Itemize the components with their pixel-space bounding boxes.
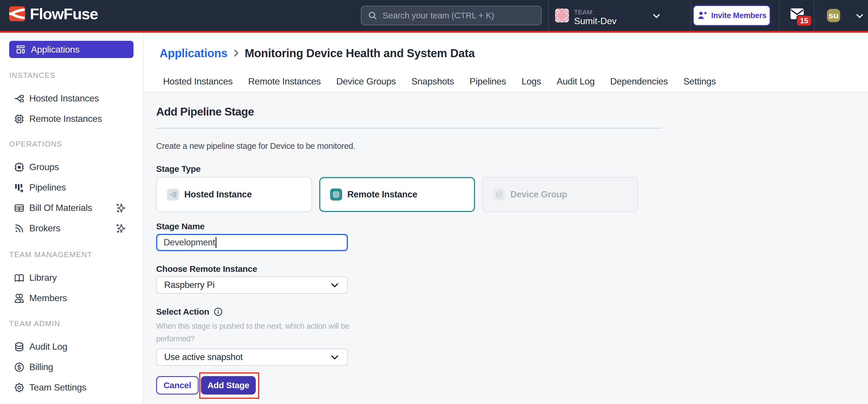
stage-type-remote-instance[interactable]: Remote Instance [319, 177, 475, 212]
team-chevron-down-icon[interactable] [651, 10, 662, 21]
sidebar-item-brokers[interactable]: Brokers [0, 218, 143, 238]
sidebar-item-label: Billing [29, 362, 53, 372]
tab-audit-log[interactable]: Audit Log [550, 71, 601, 92]
stage-name-input[interactable]: Development [156, 234, 348, 251]
remote-instance-select[interactable]: Raspberry Pi [156, 277, 348, 294]
tab-pipelines[interactable]: Pipelines [463, 71, 513, 92]
team-label: TEAM: [574, 9, 617, 16]
sidebar-item-label: Brokers [29, 223, 60, 234]
breadcrumb-applications-link[interactable]: Applications [160, 45, 227, 61]
page-title: Monitoring Device Health and System Data [245, 45, 475, 61]
sidebar-item-billing[interactable]: Billing [0, 357, 143, 377]
hosted-instances-icon [14, 93, 25, 104]
form-actions: Cancel Add Stage [156, 376, 868, 395]
user-avatar[interactable]: su [827, 9, 840, 22]
sidebar-item-pipelines[interactable]: Pipelines [0, 177, 143, 198]
choose-remote-instance-label: Choose Remote Instance [156, 263, 868, 275]
sidebar-section-instances: INSTANCES [9, 71, 143, 80]
groups-icon [14, 162, 25, 173]
cancel-button[interactable]: Cancel [156, 376, 198, 395]
tab-settings[interactable]: Settings [677, 71, 723, 92]
brand[interactable]: FlowFuse [9, 6, 98, 21]
title-divider [156, 128, 662, 128]
sidebar-item-members[interactable]: Members [0, 288, 143, 308]
tab-device-groups[interactable]: Device Groups [330, 71, 403, 92]
breadcrumb-chevron-right-icon [231, 48, 241, 58]
sidebar-item-team-settings[interactable]: Team Settings [0, 377, 143, 398]
search-icon [368, 11, 377, 20]
tab-dependencies[interactable]: Dependencies [603, 71, 675, 92]
pipelines-icon [14, 182, 25, 193]
stage-type-option-label: Remote Instance [347, 190, 417, 200]
action-select[interactable]: Use active snapshot [156, 349, 348, 366]
stage-type-device-group: Device Group [482, 177, 638, 212]
sidebar-item-label: Bill Of Materials [29, 203, 92, 213]
sidebar-item-label: Hosted Instances [29, 93, 99, 104]
team-selector[interactable]: TEAM: Sumit-Dev [555, 9, 617, 26]
sidebar-section-operations: OPERATIONS [9, 140, 143, 148]
stage-type-options: Hosted Instance Remote Instance [156, 177, 868, 212]
text-cursor [216, 237, 216, 248]
topbar-divider [691, 0, 691, 31]
sidebar-item-label: Library [29, 272, 57, 283]
billing-icon [14, 362, 25, 373]
select-action-label: Select Action [156, 306, 868, 318]
device-group-icon [495, 191, 503, 199]
sidebar-item-groups[interactable]: Groups [0, 157, 143, 177]
audit-log-icon [14, 341, 25, 352]
sidebar-item-label: Remote Instances [29, 114, 102, 124]
flowfuse-logo-icon [9, 6, 25, 21]
team-settings-icon [14, 382, 25, 393]
sidebar-item-label: Audit Log [29, 341, 67, 352]
hosted-instance-tile [167, 189, 179, 201]
notifications-badge: 15 [796, 15, 812, 26]
add-pipeline-stage-panel: Add Pipeline Stage Create a new pipeline… [144, 92, 868, 404]
sparkles-icon [115, 223, 126, 234]
stage-name-label: Stage Name [156, 221, 868, 232]
remote-instances-icon [14, 114, 25, 124]
sidebar-section-team-admin: TEAM ADMIN [9, 319, 143, 328]
sidebar-item-hosted-instances[interactable]: Hosted Instances [0, 88, 143, 109]
user-initials: su [829, 11, 839, 20]
team-avatar [555, 9, 569, 22]
page-header: Applications Monitoring Device Health an… [144, 33, 868, 92]
topbar-divider [814, 0, 815, 31]
stage-type-hosted-instance[interactable]: Hosted Instance [156, 177, 312, 212]
annotation-highlight-box [199, 372, 259, 399]
sidebar-item-library[interactable]: Library [0, 267, 143, 288]
sidebar-item-remote-instances[interactable]: Remote Instances [0, 109, 143, 129]
tab-logs[interactable]: Logs [515, 71, 548, 92]
sidebar-item-audit-log[interactable]: Audit Log [0, 337, 143, 357]
select-action-description: When this stage is pushed to the next, w… [156, 320, 354, 345]
user-menu-chevron-down-icon[interactable] [854, 10, 865, 21]
tab-remote-instances[interactable]: Remote Instances [241, 71, 328, 92]
remote-instance-tile [330, 189, 342, 201]
team-name: Sumit-Dev [574, 17, 617, 26]
sidebar-section-team-management: TEAM MANAGEMENT [9, 250, 143, 259]
topbar-divider [779, 0, 780, 31]
select-chevron-down-icon [329, 351, 340, 363]
top-bar: FlowFuse TEAM: Sumit-Dev [0, 0, 868, 31]
select-action-label-text: Select Action [156, 306, 209, 318]
remote-instance-icon [332, 191, 340, 199]
user-add-icon [697, 10, 708, 21]
notifications[interactable]: 15 [790, 7, 804, 20]
invite-members-label: Invite Members [711, 11, 766, 20]
tab-snapshots[interactable]: Snapshots [404, 71, 461, 92]
remote-instance-value: Raspberry Pi [164, 280, 329, 290]
brokers-icon [14, 223, 25, 234]
team-search[interactable] [361, 6, 541, 25]
sidebar-item-bill-of-materials[interactable]: Bill Of Materials [0, 198, 143, 218]
sidebar-item-label: Applications [31, 44, 80, 55]
info-icon[interactable] [213, 307, 223, 317]
search-input[interactable] [383, 11, 536, 20]
tab-hosted-instances[interactable]: Hosted Instances [156, 71, 239, 92]
topbar-divider [548, 0, 549, 31]
stage-type-option-label: Hosted Instance [184, 190, 252, 200]
tab-bar: Hosted Instances Remote Instances Device… [144, 71, 724, 92]
sidebar-item-applications[interactable]: Applications [9, 41, 133, 58]
stage-name-value: Development [164, 237, 215, 248]
bill-of-materials-icon [14, 203, 25, 213]
invite-members-button[interactable]: Invite Members [693, 5, 770, 26]
select-chevron-down-icon [329, 279, 340, 291]
